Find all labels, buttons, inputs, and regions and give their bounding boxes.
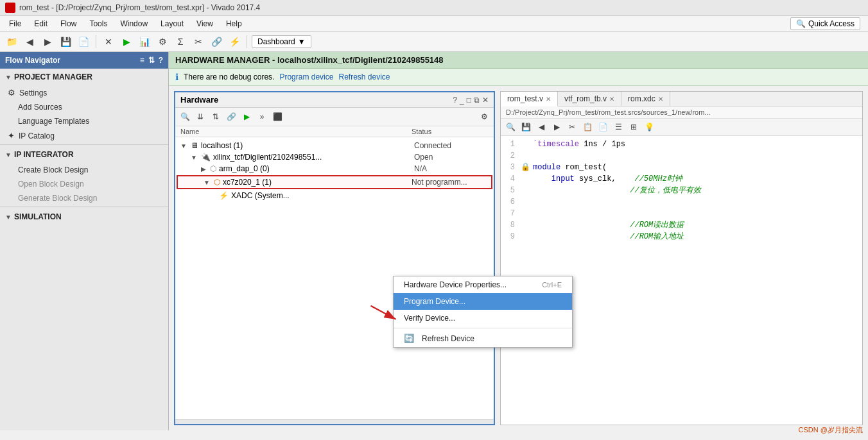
wave-btn[interactable]: 📊: [137, 34, 152, 49]
lm6: [520, 196, 530, 208]
hw-forward-btn[interactable]: »: [255, 110, 269, 124]
hw-scrollbar[interactable]: [175, 419, 494, 424]
simulation-title[interactable]: ▼ SIMULATION: [0, 208, 168, 225]
hw-stop-btn[interactable]: ⬛: [270, 110, 284, 124]
close-btn[interactable]: ✕: [101, 34, 116, 49]
ct-paste[interactable]: 📄: [596, 120, 610, 134]
nav-create-block[interactable]: Create Block Design: [0, 163, 168, 177]
title-text: rom_test - [D:/Project/Zynq_Prj/rom_test…: [19, 3, 260, 12]
hw-manager-title: HARDWARE MANAGER - localhost/xilinx_tcf/…: [175, 55, 444, 65]
tab-rom-test-label: rom_test.v: [507, 94, 543, 103]
new-btn[interactable]: 📄: [76, 34, 91, 49]
ct-split[interactable]: ⊞: [627, 120, 641, 134]
ctx-refresh-device[interactable]: 🔄 Refresh Device: [394, 330, 572, 347]
ct-save[interactable]: 💾: [519, 120, 533, 134]
ip-integrator-title[interactable]: ▼ IP INTEGRATOR: [0, 146, 168, 163]
menu-window[interactable]: Window: [114, 17, 154, 30]
collapse-icon[interactable]: ≡: [140, 56, 144, 65]
panel-maximize[interactable]: □: [467, 96, 471, 105]
menu-flow[interactable]: Flow: [54, 17, 83, 30]
menu-help[interactable]: Help: [220, 17, 248, 30]
refresh-device-link[interactable]: Refresh device: [338, 72, 390, 81]
nav-settings[interactable]: ⚙ Settings: [0, 85, 168, 100]
hw-link-btn[interactable]: 🔗: [224, 110, 238, 124]
nav-generate-block[interactable]: Generate Block Design: [0, 191, 168, 205]
ct-copy[interactable]: 📋: [580, 120, 595, 134]
nav-create-block-label: Create Block Design: [18, 165, 88, 174]
expand-xc7z020[interactable]: ▼: [204, 179, 210, 186]
hw-search-btn[interactable]: 🔍: [178, 110, 192, 124]
code-tabs: rom_test.v ✕ vtf_rom_tb.v ✕ rom.xdc ✕: [501, 92, 862, 106]
sim-label: SIMULATION: [14, 212, 62, 221]
panel-close[interactable]: ✕: [482, 96, 489, 105]
lc5: //复位，低电平有效: [530, 185, 862, 196]
nav-add-sources[interactable]: Add Sources: [0, 100, 168, 114]
hw-collapse-btn[interactable]: ⇊: [193, 110, 207, 124]
open-folder-btn[interactable]: 📁: [4, 34, 19, 49]
ipi-expand: ▼: [5, 151, 12, 158]
forward-btn[interactable]: ▶: [40, 34, 55, 49]
tab-xdc-close[interactable]: ✕: [658, 96, 663, 103]
menu-file[interactable]: File: [3, 17, 28, 30]
panel-restore[interactable]: ⧉: [474, 96, 480, 105]
code-panel: rom_test.v ✕ vtf_rom_tb.v ✕ rom.xdc ✕ D:…: [500, 91, 863, 425]
ct-bulb[interactable]: 💡: [642, 120, 656, 134]
watermark: CSDN @岁月指尖流: [799, 425, 863, 435]
settings-btn[interactable]: ⚙: [155, 34, 170, 49]
back-btn[interactable]: ◀: [22, 34, 37, 49]
nav-language-templates[interactable]: Language Templates: [0, 114, 168, 128]
tab-rom-test-v[interactable]: rom_test.v ✕: [501, 92, 558, 106]
hw-settings-btn[interactable]: ⚙: [477, 110, 491, 124]
program-device-link[interactable]: Program device: [279, 72, 333, 81]
panel-minimize[interactable]: _: [460, 96, 464, 105]
ct-back[interactable]: ◀: [534, 120, 548, 134]
expand-icon[interactable]: ⇅: [148, 56, 155, 65]
sigma-btn[interactable]: Σ: [173, 34, 188, 49]
project-manager-title[interactable]: ▼ PROJECT MANAGER: [0, 69, 168, 85]
expand-xilinx[interactable]: ▼: [191, 154, 197, 161]
unlink-btn[interactable]: ⚡: [227, 34, 242, 49]
sim-expand: ▼: [5, 214, 12, 221]
menu-view[interactable]: View: [190, 17, 220, 30]
tab-rom-close[interactable]: ✕: [546, 96, 551, 103]
ct-cut[interactable]: ✂: [565, 120, 579, 134]
quick-access[interactable]: 🔍 Quick Access: [790, 17, 860, 30]
hw-item-xadc[interactable]: ⚡ XADC (System...: [175, 190, 494, 201]
hw-item-localhost[interactable]: ▼ 🖥 localhost (1) Connected: [175, 140, 494, 151]
menu-edit[interactable]: Edit: [28, 17, 54, 30]
help-icon[interactable]: ?: [159, 56, 163, 65]
menu-layout[interactable]: Layout: [154, 17, 190, 30]
arm-icon: ⬡: [210, 164, 216, 173]
menu-tools[interactable]: Tools: [83, 17, 114, 30]
ctx-verify-device[interactable]: Verify Device...: [394, 310, 572, 326]
hw-item-xc7z020[interactable]: ▼ ⬡ xc7z020_1 (1) Not programm...: [177, 175, 492, 189]
nav-open-block[interactable]: Open Block Design: [0, 177, 168, 191]
content-area: HARDWARE MANAGER - localhost/xilinx_tcf/…: [169, 52, 868, 430]
ct-search[interactable]: 🔍: [503, 120, 517, 134]
run-btn[interactable]: ▶: [119, 34, 134, 49]
ct-forward[interactable]: ▶: [550, 120, 564, 134]
xilinx-label: xilinx_tcf/Digilent/2102498551...: [213, 153, 322, 162]
tab-vtf-close[interactable]: ✕: [609, 96, 614, 103]
expand-localhost[interactable]: ▼: [180, 142, 187, 149]
ct-lines[interactable]: ☰: [611, 120, 625, 134]
tab-vtf-rom-tb[interactable]: vtf_rom_tb.v ✕: [558, 92, 621, 106]
expand-arm[interactable]: ▶: [201, 165, 206, 173]
hw-run-btn[interactable]: ▶: [239, 110, 254, 124]
save-btn[interactable]: 💾: [58, 34, 73, 49]
sep1: [96, 35, 96, 48]
nav-ip-catalog[interactable]: ✦ IP Catalog: [0, 128, 168, 143]
link-btn[interactable]: 🔗: [209, 34, 224, 49]
ln7: 7: [501, 208, 520, 219]
cut-btn[interactable]: ✂: [191, 34, 206, 49]
dashboard-dropdown[interactable]: Dashboard ▼: [252, 35, 311, 48]
lm2: [520, 150, 530, 162]
tab-rom-xdc[interactable]: rom.xdc ✕: [621, 92, 670, 106]
hw-item-arm[interactable]: ▶ ⬡ arm_dap_0 (0) N/A: [175, 163, 494, 174]
nav-divider-2: [0, 207, 168, 207]
panel-help[interactable]: ?: [453, 96, 457, 105]
hw-item-xilinx[interactable]: ▼ 🔌 xilinx_tcf/Digilent/2102498551... Op…: [175, 151, 494, 163]
hw-expand-btn[interactable]: ⇅: [209, 110, 223, 124]
ctx-hw-device-props[interactable]: Hardware Device Properties... Ctrl+E: [394, 276, 572, 293]
ctx-program-device[interactable]: Program Device...: [394, 293, 572, 310]
